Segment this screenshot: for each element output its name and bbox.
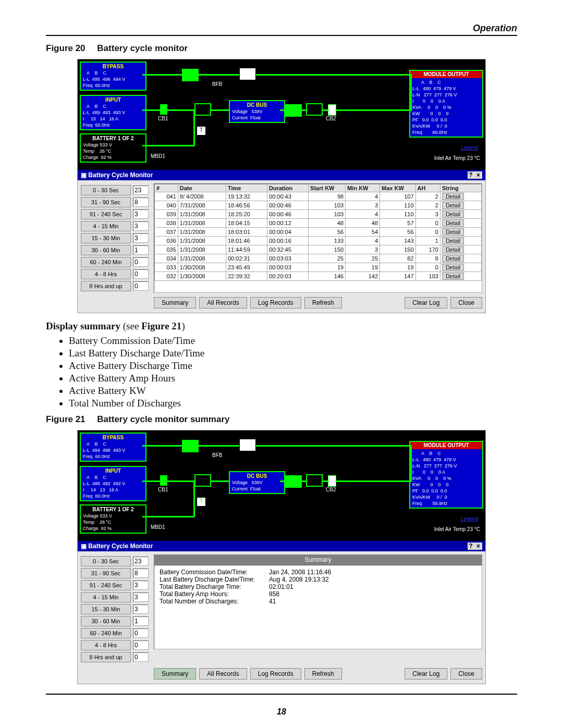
summary-button-2[interactable]: Summary [154,668,196,680]
detail-button[interactable]: Detail [442,193,464,200]
bin-4-8h[interactable]: 4 - 8 Hrs [81,269,131,279]
page-number: 18 [0,707,563,717]
figure20-caption: Figure 20 Battery cycle monitor [46,43,517,54]
rectifier-icon [194,103,211,116]
refresh-button[interactable]: Refresh [304,297,342,309]
module-output-panel-2: MODULE OUTPUT A B C L-L 480 479 479 V L-… [409,441,483,509]
mimic-diagram: BYPASS A B C L-L 495 496 494 V Freq 60.0… [78,59,485,170]
list-item: Total Number of Discharges [69,398,517,409]
detail-button[interactable]: Detail [442,219,464,227]
bcm-title: Battery Cycle Monitor [88,171,153,179]
summary-row: Total Number of Discharges:41 [160,598,476,605]
detail-button[interactable]: Detail [442,202,464,209]
bin-15-30m[interactable]: 15 - 30 Min [81,233,131,243]
button-row-2: Summary All Records Log Records Refresh … [154,668,482,680]
refresh-button-2[interactable]: Refresh [304,668,342,680]
detail-button[interactable]: Detail [442,255,464,262]
list-item: Active Battery Discharge Time [69,360,517,372]
table-row: 0351/31/200811:44:5900:32:451503150170De… [155,245,482,254]
inverter-icon [239,68,256,80]
all-records-button-2[interactable]: All Records [199,668,247,680]
battery-panel-2: BATTERY 1 OF 2 Voltage 533 V Temp 26 °C … [80,504,146,534]
summary-body: Battery Commission Date/Time:Jan 24, 200… [154,565,482,649]
detail-button[interactable]: Detail [442,273,464,280]
summary-panel: Summary Battery Commission Date/Time:Jan… [154,554,482,664]
log-records-button[interactable]: Log Records [250,297,301,309]
summary-row: Last Battery Discharge Date/Time:Aug 4, … [160,576,476,583]
inverter2-icon [306,103,323,116]
window-controls-2[interactable]: ? × [468,542,482,550]
clear-log-button[interactable]: Clear Log [405,297,447,309]
table-header-row: #DateTimeDurationStart KWMin KWMax KWAHS… [155,184,482,192]
all-records-button[interactable]: All Records [199,297,247,309]
table-row: 0361/31/200818:01:4600:00:1613341431Deta… [155,237,482,245]
line [142,109,229,111]
detail-button[interactable]: Detail [442,246,464,253]
table-row: 0407/31/200818:46:5600:00:4610331102Deta… [155,201,482,210]
summary-header: Summary [154,554,482,565]
list-item: Active Battery Amp Hours [69,373,517,384]
input-panel: INPUT A B C L-L 489 493 493 V I 15 14 16… [80,95,146,130]
screenshot-battery-cycle-monitor: BYPASS A B C L-L 495 496 494 V Freq 60.0… [77,59,486,313]
bin-8h-up[interactable]: 8 Hrs and up [81,281,131,291]
table-row: 0381/31/200818:04:1500:00:124848570Detai… [155,219,482,228]
inverter-device [285,104,302,117]
close-button[interactable]: Close [450,297,482,309]
cb2-device [328,104,336,116]
line [410,74,412,110]
bin-0-30[interactable]: 0 - 30 Sec [81,185,131,195]
summary-row: Battery Commission Date/Time:Jan 24, 200… [160,569,476,576]
legend-link-2[interactable]: Legend [461,516,478,522]
bcm-titlebar-2: ▣ Battery Cycle Monitor ? × [78,541,485,551]
window-controls[interactable]: ? × [468,171,482,179]
bin-list-2: 0 - 30 Sec23 31 - 90 Sec8 91 - 240 Sec3 … [81,554,149,664]
display-summary-heading: Display summary (see Figure 21) [46,320,517,332]
input-panel-2: INPUT A B C L-L 488 492 492 V I 14 13 16… [80,466,146,501]
bin-31-90[interactable]: 31 - 90 Sec [81,197,131,207]
table-row: 0371/31/200818:03:0100:00:045654560Detai… [155,228,482,237]
input-title: INPUT [83,97,143,103]
dcbus-panel-2: DC BUS Voltage 539V Current Float [229,471,285,494]
log-records-button-2[interactable]: Log Records [250,668,301,680]
line [142,145,194,146]
module-output-panel: MODULE OUTPUT A B C L-L 480 479 479 V L-… [409,70,483,138]
section-header: Operation [46,23,517,34]
summary-row: Total Battery Discharge Time:02:01:01 [160,583,476,590]
list-item: Active Battery KW [69,385,517,397]
clear-log-button-2[interactable]: Clear Log [405,668,447,680]
list-item: Battery Commission Date/Time [69,335,517,347]
legend-link[interactable]: Legend [461,145,478,151]
bin-0-30-count: 23 [133,186,149,195]
bypass-panel-2: BYPASS A B C L-L 494 496 493 V Freq 60.0… [80,433,146,462]
close-button-2[interactable]: Close [450,668,482,680]
t-switch: T [197,126,206,135]
inlet-temp: Inlet Air Temp 23 °C [434,155,480,161]
bfb-device [182,69,199,81]
bypass-title: BYPASS [83,64,143,70]
table-row: 0418/ 4/200819:13:3200:00:439841072Detai… [155,192,482,201]
detail-button[interactable]: Detail [442,237,464,244]
table-row: 0391/31/200818:25:2000:00:4610341103Deta… [155,210,482,219]
table-row: 0341/31/200800:02:3100:03:032525828Detai… [155,254,482,263]
detail-button[interactable]: Detail [442,211,464,218]
bullet-list: Battery Commission Date/TimeLast Battery… [69,335,517,409]
bcm-body-2: 0 - 30 Sec23 31 - 90 Sec8 91 - 240 Sec3 … [78,551,485,684]
figure20-title: Battery cycle monitor [97,43,188,53]
table-row: 0331/30/200823:45:4900:00:031919190Detai… [155,263,482,272]
figure21-no: Figure 21 [46,414,85,424]
divider [46,35,517,36]
figure21-caption: Figure 21 Battery cycle monitor summary [46,414,517,425]
dcbus-panel: DC BUS Voltage 539V Current Float [229,100,285,123]
footer-divider [46,694,517,695]
bin-60-240m[interactable]: 60 - 240 Min [81,257,131,267]
bin-91-240[interactable]: 91 - 240 Sec [81,209,131,219]
list-item: Last Battery Discharge Date/Time [69,348,517,359]
bin-4-15m[interactable]: 4 - 15 Min [81,221,131,231]
detail-button[interactable]: Detail [442,228,464,236]
table-row: 0321/30/200822:39:3200:20:03146142147103… [155,272,482,281]
cb2-label: CB2 [326,116,336,121]
summary-button[interactable]: Summary [154,297,196,309]
bin-30-60m[interactable]: 30 - 60 Min [81,245,131,255]
bfb-label: BFB [212,81,222,87]
detail-button[interactable]: Detail [442,264,464,271]
